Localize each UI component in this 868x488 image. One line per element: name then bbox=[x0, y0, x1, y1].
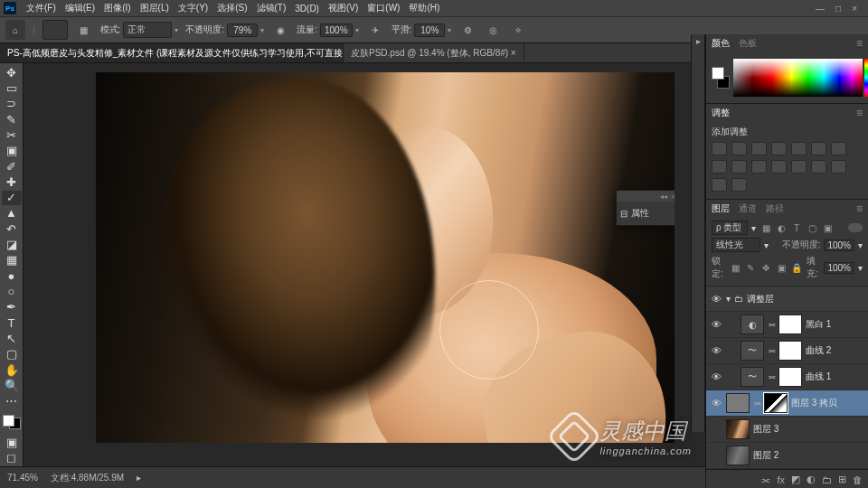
panel-menu-icon[interactable]: ≡ bbox=[856, 202, 863, 215]
brush-preset-picker[interactable] bbox=[42, 20, 68, 40]
tab-layers[interactable]: 图层 bbox=[712, 202, 730, 215]
group-icon[interactable]: 🗀 bbox=[822, 474, 832, 485]
layer-opacity-value[interactable]: 100% bbox=[824, 239, 854, 251]
layer-name[interactable]: 图层 2 bbox=[753, 449, 864, 462]
menu-window[interactable]: 窗口(W) bbox=[363, 2, 404, 14]
layer-thumb[interactable] bbox=[726, 393, 750, 413]
tool-shape[interactable]: ▢ bbox=[2, 347, 22, 361]
adj-vibrance[interactable] bbox=[791, 142, 807, 155]
panel-menu-icon[interactable]: ≡ bbox=[856, 107, 863, 119]
tab-channels[interactable]: 通道 bbox=[739, 202, 757, 215]
blend-mode-select[interactable]: 线性光 bbox=[712, 238, 760, 252]
adj-photofilter[interactable] bbox=[731, 160, 747, 174]
adj-hue[interactable] bbox=[811, 142, 826, 155]
adj-brightness[interactable] bbox=[712, 142, 727, 155]
layer-name[interactable]: 曲线 1 bbox=[806, 371, 864, 383]
visibility-toggle[interactable]: 👁 bbox=[710, 345, 722, 356]
tool-quick-select[interactable]: ✎ bbox=[2, 112, 22, 127]
doc-size[interactable]: 文档:4.88M/25.9M bbox=[51, 472, 124, 484]
layer-thumb[interactable] bbox=[726, 419, 750, 439]
layer-name[interactable]: 图层 3 拷贝 bbox=[791, 397, 864, 409]
layer-row[interactable]: 图层 2 bbox=[706, 443, 868, 469]
tab-paths[interactable]: 路径 bbox=[766, 202, 784, 215]
adj-posterize[interactable] bbox=[811, 160, 826, 174]
mask-thumb[interactable] bbox=[778, 367, 802, 387]
tool-pen[interactable]: ✒ bbox=[2, 300, 22, 314]
tool-healing[interactable]: ✚ bbox=[2, 174, 22, 189]
hue-strip[interactable] bbox=[864, 59, 868, 97]
menu-view[interactable]: 视图(V) bbox=[324, 2, 363, 14]
menu-filter[interactable]: 滤镜(T) bbox=[252, 2, 291, 14]
panel-collapse-icon[interactable]: ◂◂ bbox=[660, 192, 667, 201]
adj-channelmixer[interactable] bbox=[751, 160, 767, 174]
tool-zoom[interactable]: 🔍 bbox=[2, 378, 22, 392]
pressure-size-icon[interactable]: ◎ bbox=[484, 21, 502, 39]
tab-adjustments[interactable]: 调整 bbox=[712, 107, 730, 119]
adjustment-icon[interactable]: ◐ bbox=[807, 474, 816, 485]
menu-type[interactable]: 文字(Y) bbox=[174, 2, 212, 14]
visibility-toggle[interactable]: 👁 bbox=[710, 371, 722, 382]
tool-more[interactable]: ⋯ bbox=[2, 394, 22, 408]
panel-menu-icon[interactable]: ≡ bbox=[856, 37, 863, 50]
adj-selectivecolor[interactable] bbox=[731, 178, 747, 192]
tool-move[interactable]: ✥ bbox=[2, 65, 22, 80]
screen-mode[interactable]: ◻ bbox=[2, 451, 22, 465]
mask-thumb[interactable] bbox=[778, 314, 802, 334]
tool-brush[interactable]: ✓ bbox=[2, 191, 22, 205]
menu-file[interactable]: 文件(F) bbox=[22, 2, 61, 14]
mask-thumb[interactable] bbox=[764, 393, 788, 413]
adj-exposure[interactable] bbox=[771, 142, 787, 155]
menu-select[interactable]: 选择(S) bbox=[212, 2, 251, 14]
flow-value[interactable]: 100% bbox=[320, 23, 353, 37]
lock-transparent-icon[interactable]: ▦ bbox=[729, 261, 741, 274]
link-icon[interactable]: ⫘ bbox=[753, 399, 760, 408]
menu-help[interactable]: 帮助(H) bbox=[404, 2, 444, 14]
lock-pixels-icon[interactable]: ✎ bbox=[744, 261, 757, 274]
color-spectrum[interactable] bbox=[733, 59, 863, 97]
layer-name[interactable]: 曲线 2 bbox=[806, 344, 864, 357]
opacity-value[interactable]: 79% bbox=[227, 23, 258, 37]
layer-filter-kind[interactable]: ρ 类型 bbox=[712, 221, 748, 235]
tool-dodge[interactable]: ○ bbox=[2, 284, 22, 298]
layer-group[interactable]: 👁 ▾ 🗀 调整层 bbox=[706, 286, 868, 312]
trash-icon[interactable]: 🗑 bbox=[853, 474, 863, 485]
adj-colorlookup[interactable] bbox=[771, 160, 787, 174]
tab-document-2[interactable]: 皮肤PSD.psd @ 19.4% (整体, RGB/8#) × bbox=[344, 43, 524, 62]
link-icon[interactable]: ⫘ bbox=[768, 372, 775, 381]
brush-panel-toggle[interactable]: ▦ bbox=[75, 21, 93, 39]
quick-mask[interactable]: ▣ bbox=[2, 435, 22, 449]
chevron-down-icon[interactable]: ▾ bbox=[726, 294, 731, 304]
tool-crop[interactable]: ✂ bbox=[2, 127, 22, 142]
color-fg-bg[interactable] bbox=[712, 67, 730, 89]
symmetry-icon[interactable]: ✧ bbox=[509, 21, 527, 39]
close-icon[interactable]: × bbox=[671, 192, 675, 201]
pressure-opacity-icon[interactable]: ◉ bbox=[271, 21, 289, 39]
tab-document-1[interactable]: PS-高低频磨皮与头发精修_素材文件 (课程素材及源文件仅供练习学习使用,不可直… bbox=[0, 43, 344, 62]
adj-colorbalance[interactable] bbox=[831, 142, 846, 155]
layer-thumb[interactable]: 〜 bbox=[741, 367, 764, 387]
layer-row[interactable]: 👁 ◐⫘ 黑白 1 bbox=[706, 312, 868, 338]
link-layers-icon[interactable]: ⫘ bbox=[760, 474, 770, 485]
menu-layer[interactable]: 图层(L) bbox=[136, 2, 174, 14]
tool-eraser[interactable]: ◪ bbox=[2, 237, 22, 251]
dock-expand-icon[interactable]: ▸ bbox=[693, 36, 703, 52]
menu-3d[interactable]: 3D(D) bbox=[290, 4, 324, 14]
layer-row[interactable]: 👁 ⫘ 图层 3 拷贝 bbox=[706, 390, 868, 417]
adj-bw[interactable] bbox=[712, 160, 727, 174]
tool-clone[interactable]: ▲ bbox=[2, 206, 22, 221]
visibility-toggle[interactable]: 👁 bbox=[710, 398, 722, 408]
link-icon[interactable]: ⫘ bbox=[768, 346, 775, 355]
layer-thumb[interactable] bbox=[726, 446, 750, 465]
tool-gradient[interactable]: ▦ bbox=[2, 253, 22, 267]
layer-name[interactable]: 图层 3 bbox=[753, 423, 864, 436]
airbrush-icon[interactable]: ✈ bbox=[366, 21, 384, 39]
layer-row[interactable]: 图层 3 bbox=[706, 417, 868, 443]
chevron-right-icon[interactable]: ▸ bbox=[137, 473, 141, 483]
tool-hand[interactable]: ✋ bbox=[2, 362, 22, 377]
adj-levels[interactable] bbox=[731, 142, 747, 155]
window-maximize[interactable]: □ bbox=[835, 4, 841, 14]
menu-image[interactable]: 图像(I) bbox=[99, 2, 135, 14]
fx-icon[interactable]: fx bbox=[777, 474, 785, 485]
menu-edit[interactable]: 编辑(E) bbox=[61, 2, 99, 14]
layer-row[interactable]: 👁 〜⫘ 曲线 1 bbox=[706, 364, 868, 390]
